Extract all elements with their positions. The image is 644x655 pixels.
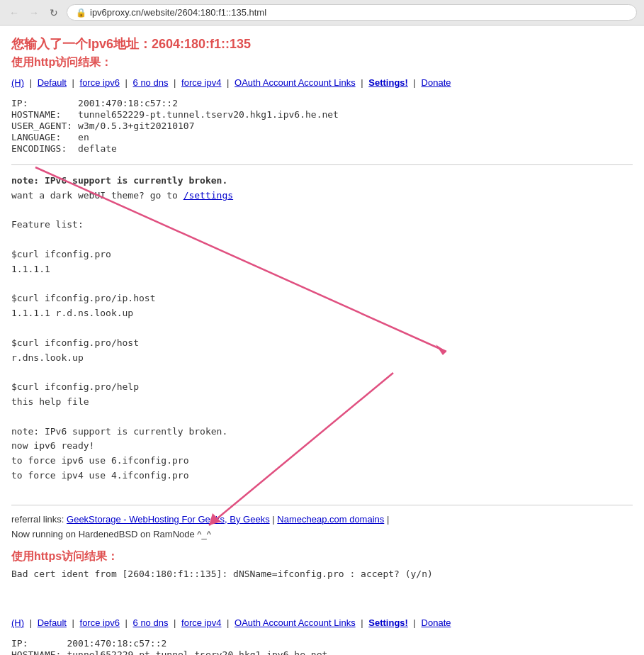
referral-running: Now running on HardenedBSD on RamNode ^_…: [11, 529, 633, 539]
divider-1: [11, 164, 633, 165]
bottom-nav-6nodns-link[interactable]: 6 no dns: [133, 617, 169, 628]
settings-link[interactable]: /settings: [183, 190, 233, 201]
useragent-label: USER_AGENT:: [11, 121, 78, 132]
bot-sep3: |: [125, 617, 128, 628]
curl-4: $curl ifconfig.pro/help: [11, 380, 633, 395]
reload-button[interactable]: ↻: [47, 6, 61, 20]
forward-button[interactable]: →: [27, 6, 41, 20]
sep3: |: [125, 77, 128, 88]
note-ipv6-ready: now ipv6 ready!: [11, 439, 633, 454]
bottom-ip-value: 2001:470:18:c57::2: [67, 638, 333, 649]
language-value: en: [78, 132, 344, 143]
bottom-ip-row: IP: 2001:470:18:c57::2: [11, 638, 333, 649]
bot-sep6: |: [361, 617, 363, 628]
address-bar[interactable]: 🔒 ipv6proxy.cn/website/2604:180:f1::135.…: [67, 4, 637, 21]
note-ipv6-broken: note: IPv6 support is currently broken.: [11, 174, 633, 189]
bottom-nav: (H) | Default | force ipv6 | 6 no dns | …: [11, 617, 633, 628]
curl-1: $curl ifconfig.pro: [11, 247, 633, 262]
nav-settings-link[interactable]: Settings!: [368, 77, 408, 88]
bottom-nav-force-ipv4-link[interactable]: force ipv4: [181, 617, 221, 628]
hostname-value: tunnel652229-pt.tunnel.tserv20.hkg1.ipv6…: [78, 109, 344, 121]
bottom-nav-force-ipv6-link[interactable]: force ipv6: [80, 617, 120, 628]
bottom-nav-h-link[interactable]: (H): [11, 617, 24, 628]
back-button[interactable]: ←: [7, 6, 21, 20]
encodings-label: ENCODINGS:: [11, 143, 78, 155]
sep1: |: [30, 77, 32, 88]
sep4: |: [174, 77, 176, 88]
sep6: |: [361, 77, 363, 88]
bottom-hostname-value: tunnel652229-pt.tunnel.tserv20.hkg1.ipv6…: [67, 649, 333, 655]
hostname-label: HOSTNAME:: [11, 109, 78, 121]
nav-6nodns-link[interactable]: 6 no dns: [133, 77, 169, 88]
nav-h-link[interactable]: (H): [11, 77, 24, 88]
https-error: Bad cert ident from [2604:180:f1::135]: …: [11, 567, 633, 582]
bottom-ip-label: IP:: [11, 638, 67, 649]
curl-3: $curl ifconfig.pro/host: [11, 336, 633, 351]
feature-list-header: Feature list:: [11, 218, 633, 233]
spacer: [11, 582, 633, 610]
note-broken-2: note: IPv6 support is currently broken.: [11, 425, 633, 440]
page-content: 您输入了一个Ipv6地址：2604:180:f1::135 使用http访问结果…: [0, 26, 644, 655]
hostname-row: HOSTNAME: tunnel652229-pt.tunnel.tserv20…: [11, 109, 344, 121]
nav-force-ipv4-link[interactable]: force ipv4: [181, 77, 221, 88]
curl-2: $curl ifconfig.pro/ip.host: [11, 291, 633, 306]
useragent-row: USER_AGENT: w3m/0.5.3+git20210107: [11, 121, 344, 132]
curl-2-result: 1.1.1.1 r.d.ns.look.up: [11, 306, 633, 321]
https-title: 使用https访问结果：: [11, 549, 633, 564]
curl-3-result: r.dns.look.up: [11, 351, 633, 366]
bottom-info-table: IP: 2001:470:18:c57::2 HOSTNAME: tunnel6…: [11, 638, 333, 655]
url-text: ipv6proxy.cn/website/2604:180:f1::135.ht…: [90, 7, 266, 18]
divider-2: [11, 505, 633, 505]
bot-sep7: |: [414, 617, 416, 628]
lock-icon: 🔒: [76, 8, 86, 18]
useragent-value: w3m/0.5.3+git20210107: [78, 121, 344, 132]
bot-sep5: |: [227, 617, 229, 628]
referral-section: referral links: GeekStorage - WebHosting…: [11, 514, 633, 525]
referral-label: referral links:: [11, 514, 64, 525]
nav-donate-link[interactable]: Donate: [422, 77, 451, 88]
encodings-value: deflate: [78, 143, 344, 155]
sep7: |: [414, 77, 416, 88]
bottom-hostname-row: HOSTNAME: tunnel652229-pt.tunnel.tserv20…: [11, 649, 333, 655]
bottom-nav-default-link[interactable]: Default: [38, 617, 67, 628]
bottom-nav-donate-link[interactable]: Donate: [422, 617, 451, 628]
encodings-row: ENCODINGS: deflate: [11, 143, 344, 155]
language-row: LANGUAGE: en: [11, 132, 344, 143]
bottom-nav-settings-link[interactable]: Settings!: [368, 617, 408, 628]
nav-force-ipv6-link[interactable]: force ipv6: [80, 77, 120, 88]
referral-link-geekstorage[interactable]: GeekStorage - WebHosting For Geeks, By G…: [67, 514, 270, 525]
top-nav: (H) | Default | force ipv6 | 6 no dns | …: [11, 77, 633, 88]
sep2: |: [72, 77, 74, 88]
nav-default-link[interactable]: Default: [38, 77, 67, 88]
ip-value: 2001:470:18:c57::2: [78, 98, 344, 109]
ip-row: IP: 2001:470:18:c57::2: [11, 98, 344, 109]
bot-sep4: |: [174, 617, 176, 628]
main-content: note: IPv6 support is currently broken. …: [11, 174, 633, 483]
referral-link-namecheap[interactable]: Namecheap.com domains: [277, 514, 384, 525]
info-table: IP: 2001:470:18:c57::2 HOSTNAME: tunnel6…: [11, 98, 344, 155]
sep5: |: [227, 77, 229, 88]
curl-4-result: this help file: [11, 395, 633, 410]
dark-theme-text: want a dark webUI theme? go to /settings: [11, 189, 633, 203]
bottom-section: (H) | Default | force ipv6 | 6 no dns | …: [11, 617, 633, 655]
page-subtitle: 使用http访问结果：: [11, 55, 633, 70]
bottom-hostname-label: HOSTNAME:: [11, 649, 67, 655]
curl-1-result: 1.1.1.1: [11, 262, 633, 277]
note-force-ipv4: to force ipv4 use 4.ifconfig.pro: [11, 469, 633, 483]
page-title: 您输入了一个Ipv6地址：2604:180:f1::135: [11, 35, 633, 52]
ip-label: IP:: [11, 98, 78, 109]
sep-ref2: |: [387, 514, 389, 525]
bot-sep2: |: [72, 617, 74, 628]
note-force-ipv6: to force ipv6 use 6.ifconfig.pro: [11, 454, 633, 469]
bottom-nav-oauth-link[interactable]: OAuth Account Account Links: [235, 617, 356, 628]
bot-sep1: |: [30, 617, 32, 628]
browser-chrome: ← → ↻ 🔒 ipv6proxy.cn/website/2604:180:f1…: [0, 0, 644, 26]
nav-oauth-link[interactable]: OAuth Account Account Links: [235, 77, 356, 88]
language-label: LANGUAGE:: [11, 132, 78, 143]
